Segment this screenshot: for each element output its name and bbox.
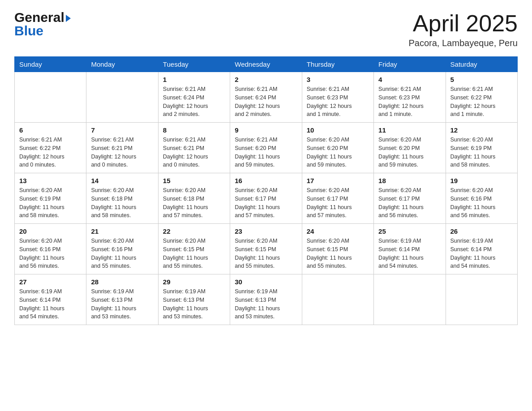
day-number: 7 xyxy=(91,126,153,134)
day-number: 24 xyxy=(307,227,369,235)
calendar-cell: 5Sunrise: 6:21 AMSunset: 6:22 PMDaylight… xyxy=(446,72,517,123)
day-info: Sunrise: 6:19 AMSunset: 6:14 PMDaylight:… xyxy=(450,237,513,270)
day-info: Sunrise: 6:21 AMSunset: 6:21 PMDaylight:… xyxy=(91,136,153,169)
calendar-week-2: 6Sunrise: 6:21 AMSunset: 6:22 PMDaylight… xyxy=(15,123,518,173)
calendar-cell: 3Sunrise: 6:21 AMSunset: 6:23 PMDaylight… xyxy=(302,72,373,123)
weekday-header-monday: Monday xyxy=(86,57,158,72)
calendar-cell: 15Sunrise: 6:20 AMSunset: 6:18 PMDayligh… xyxy=(158,173,230,224)
weekday-header-sunday: Sunday xyxy=(15,57,86,72)
calendar-cell: 11Sunrise: 6:20 AMSunset: 6:20 PMDayligh… xyxy=(374,123,446,173)
calendar-cell: 6Sunrise: 6:21 AMSunset: 6:22 PMDaylight… xyxy=(15,123,86,173)
logo-general-text: General xyxy=(14,11,64,24)
weekday-header-saturday: Saturday xyxy=(446,57,517,72)
day-number: 11 xyxy=(378,126,441,134)
calendar-cell: 13Sunrise: 6:20 AMSunset: 6:19 PMDayligh… xyxy=(15,173,86,224)
weekday-header-friday: Friday xyxy=(374,57,446,72)
day-number: 15 xyxy=(163,177,225,184)
day-info: Sunrise: 6:20 AMSunset: 6:16 PMDaylight:… xyxy=(450,186,513,220)
calendar-cell: 14Sunrise: 6:20 AMSunset: 6:18 PMDayligh… xyxy=(86,173,158,224)
day-info: Sunrise: 6:21 AMSunset: 6:23 PMDaylight:… xyxy=(378,85,441,119)
day-info: Sunrise: 6:21 AMSunset: 6:22 PMDaylight:… xyxy=(19,136,82,169)
title-area: April 2025 Pacora, Lambayeque, Peru xyxy=(409,11,518,48)
day-info: Sunrise: 6:20 AMSunset: 6:16 PMDaylight:… xyxy=(19,237,82,270)
calendar-cell: 23Sunrise: 6:20 AMSunset: 6:15 PMDayligh… xyxy=(230,224,302,274)
calendar-cell: 28Sunrise: 6:19 AMSunset: 6:13 PMDayligh… xyxy=(86,274,158,325)
day-number: 18 xyxy=(378,177,441,184)
header: General Blue April 2025 Pacora, Lambayeq… xyxy=(14,11,518,48)
day-info: Sunrise: 6:19 AMSunset: 6:13 PMDaylight:… xyxy=(91,287,153,321)
day-info: Sunrise: 6:20 AMSunset: 6:17 PMDaylight:… xyxy=(307,186,369,220)
day-info: Sunrise: 6:19 AMSunset: 6:14 PMDaylight:… xyxy=(19,287,82,321)
day-number: 16 xyxy=(235,177,297,184)
calendar-cell: 29Sunrise: 6:19 AMSunset: 6:13 PMDayligh… xyxy=(158,274,230,325)
calendar-header: SundayMondayTuesdayWednesdayThursdayFrid… xyxy=(15,57,518,72)
calendar-cell: 20Sunrise: 6:20 AMSunset: 6:16 PMDayligh… xyxy=(15,224,86,274)
day-info: Sunrise: 6:20 AMSunset: 6:19 PMDaylight:… xyxy=(19,186,82,220)
calendar-body: 1Sunrise: 6:21 AMSunset: 6:24 PMDaylight… xyxy=(15,72,518,325)
calendar-cell: 9Sunrise: 6:21 AMSunset: 6:20 PMDaylight… xyxy=(230,123,302,173)
day-number: 13 xyxy=(19,177,82,184)
logo: General Blue xyxy=(14,11,71,38)
day-info: Sunrise: 6:21 AMSunset: 6:24 PMDaylight:… xyxy=(235,85,297,119)
calendar-cell: 19Sunrise: 6:20 AMSunset: 6:16 PMDayligh… xyxy=(446,173,517,224)
day-info: Sunrise: 6:20 AMSunset: 6:15 PMDaylight:… xyxy=(163,237,225,270)
day-number: 3 xyxy=(307,76,369,83)
calendar-cell: 18Sunrise: 6:20 AMSunset: 6:17 PMDayligh… xyxy=(374,173,446,224)
day-number: 29 xyxy=(163,278,225,286)
day-info: Sunrise: 6:20 AMSunset: 6:15 PMDaylight:… xyxy=(307,237,369,270)
day-info: Sunrise: 6:21 AMSunset: 6:20 PMDaylight:… xyxy=(235,136,297,169)
day-info: Sunrise: 6:20 AMSunset: 6:18 PMDaylight:… xyxy=(91,186,153,220)
calendar-cell: 25Sunrise: 6:19 AMSunset: 6:14 PMDayligh… xyxy=(374,224,446,274)
day-info: Sunrise: 6:21 AMSunset: 6:23 PMDaylight:… xyxy=(307,85,369,119)
calendar-cell xyxy=(446,274,517,325)
calendar-cell: 17Sunrise: 6:20 AMSunset: 6:17 PMDayligh… xyxy=(302,173,373,224)
weekday-header-wednesday: Wednesday xyxy=(230,57,302,72)
day-info: Sunrise: 6:19 AMSunset: 6:13 PMDaylight:… xyxy=(235,287,297,321)
calendar-cell: 21Sunrise: 6:20 AMSunset: 6:16 PMDayligh… xyxy=(86,224,158,274)
day-info: Sunrise: 6:21 AMSunset: 6:21 PMDaylight:… xyxy=(163,136,225,169)
day-info: Sunrise: 6:20 AMSunset: 6:17 PMDaylight:… xyxy=(378,186,441,220)
calendar-cell: 12Sunrise: 6:20 AMSunset: 6:19 PMDayligh… xyxy=(446,123,517,173)
day-number: 17 xyxy=(307,177,369,184)
day-number: 23 xyxy=(235,227,297,235)
day-number: 5 xyxy=(450,76,513,83)
day-info: Sunrise: 6:20 AMSunset: 6:19 PMDaylight:… xyxy=(450,136,513,169)
location-title: Pacora, Lambayeque, Peru xyxy=(409,38,518,48)
calendar-cell: 10Sunrise: 6:20 AMSunset: 6:20 PMDayligh… xyxy=(302,123,373,173)
calendar-cell: 7Sunrise: 6:21 AMSunset: 6:21 PMDaylight… xyxy=(86,123,158,173)
day-info: Sunrise: 6:19 AMSunset: 6:13 PMDaylight:… xyxy=(163,287,225,321)
day-number: 9 xyxy=(235,126,297,134)
day-info: Sunrise: 6:21 AMSunset: 6:24 PMDaylight:… xyxy=(163,85,225,119)
calendar-week-4: 20Sunrise: 6:20 AMSunset: 6:16 PMDayligh… xyxy=(15,224,518,274)
day-number: 25 xyxy=(378,227,441,235)
day-number: 1 xyxy=(163,76,225,83)
day-info: Sunrise: 6:20 AMSunset: 6:17 PMDaylight:… xyxy=(235,186,297,220)
calendar-week-3: 13Sunrise: 6:20 AMSunset: 6:19 PMDayligh… xyxy=(15,173,518,224)
day-number: 22 xyxy=(163,227,225,235)
day-number: 4 xyxy=(378,76,441,83)
weekday-header-row: SundayMondayTuesdayWednesdayThursdayFrid… xyxy=(15,57,518,72)
day-number: 19 xyxy=(450,177,513,184)
day-number: 10 xyxy=(307,126,369,134)
calendar-cell xyxy=(302,274,373,325)
calendar-cell: 4Sunrise: 6:21 AMSunset: 6:23 PMDaylight… xyxy=(374,72,446,123)
calendar-cell: 1Sunrise: 6:21 AMSunset: 6:24 PMDaylight… xyxy=(158,72,230,123)
calendar-cell: 24Sunrise: 6:20 AMSunset: 6:15 PMDayligh… xyxy=(302,224,373,274)
day-info: Sunrise: 6:20 AMSunset: 6:15 PMDaylight:… xyxy=(235,237,297,270)
calendar-cell: 22Sunrise: 6:20 AMSunset: 6:15 PMDayligh… xyxy=(158,224,230,274)
weekday-header-tuesday: Tuesday xyxy=(158,57,230,72)
calendar-table: SundayMondayTuesdayWednesdayThursdayFrid… xyxy=(14,56,518,325)
day-number: 8 xyxy=(163,126,225,134)
day-number: 12 xyxy=(450,126,513,134)
day-number: 14 xyxy=(91,177,153,184)
calendar-cell xyxy=(15,72,86,123)
day-number: 28 xyxy=(91,278,153,286)
day-number: 6 xyxy=(19,126,82,134)
day-number: 20 xyxy=(19,227,82,235)
day-number: 27 xyxy=(19,278,82,286)
day-number: 26 xyxy=(450,227,513,235)
calendar-cell: 16Sunrise: 6:20 AMSunset: 6:17 PMDayligh… xyxy=(230,173,302,224)
day-info: Sunrise: 6:20 AMSunset: 6:16 PMDaylight:… xyxy=(91,237,153,270)
calendar-cell: 27Sunrise: 6:19 AMSunset: 6:14 PMDayligh… xyxy=(15,274,86,325)
logo-chevron-icon xyxy=(66,15,71,22)
